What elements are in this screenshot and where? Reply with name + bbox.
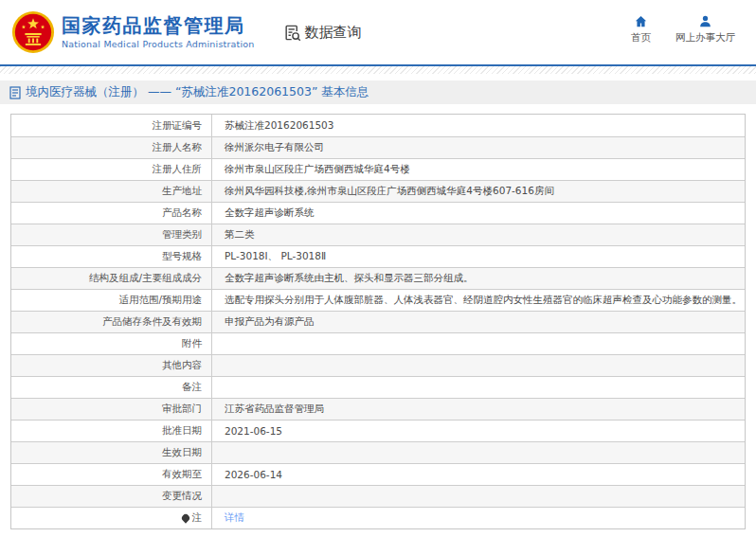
row-label: 适用范围/预期用途: [11, 290, 212, 311]
row-label: 产品名称: [11, 203, 212, 224]
row-value: 第二类: [212, 224, 745, 245]
row-label: 结构及组成/主要组成成分: [11, 268, 212, 289]
row-label-text: 管理类别: [162, 228, 202, 242]
table-row: 生产地址徐州风华园科技楼,徐州市泉山区段庄广场西侧西城华庭4号楼607-616房…: [11, 180, 745, 202]
row-label: 型号规格: [11, 246, 212, 267]
breadcrumb: 境内医疗器械（注册） —— “苏械注准20162061503” 基本信息: [0, 81, 756, 104]
note-pin-icon: [180, 512, 190, 523]
document-icon: [9, 86, 21, 99]
row-value: PL-3018Ⅰ、 PL-3018Ⅱ: [212, 246, 745, 267]
table-row: 适用范围/预期用途选配专用探头分别用于人体腹部脏器、人体浅表器官、经阴道腔内女性…: [11, 289, 745, 311]
row-label-text: 生产地址: [162, 185, 202, 198]
table-row: 注册人名称徐州派尔电子有限公司: [11, 136, 745, 158]
row-label: 注册人名称: [11, 137, 212, 158]
nav-online-hall[interactable]: 网上办事大厅: [675, 14, 735, 45]
row-label-text: 注册证编号: [153, 119, 203, 133]
row-label-text: 适用范围/预期用途: [118, 294, 202, 307]
row-label: 备注: [11, 377, 212, 398]
row-label-text: 附件: [182, 337, 202, 350]
row-label-text: 审批部门: [162, 403, 202, 416]
row-label-text: 其他内容: [162, 359, 202, 372]
home-icon: [634, 14, 648, 28]
row-label-text: 型号规格: [162, 250, 202, 263]
row-label: 审批部门: [11, 399, 212, 420]
row-value: 详情: [212, 508, 745, 528]
row-label: 产品储存条件及有效期: [11, 312, 212, 332]
table-row: 注详情: [11, 507, 745, 528]
row-label: 附件: [11, 333, 212, 354]
row-label: 生产地址: [11, 181, 212, 202]
data-query-button[interactable]: 数据查询: [283, 24, 362, 42]
table-row: 生效日期: [11, 441, 745, 463]
row-value: [212, 442, 745, 463]
row-value: 江苏省药品监督管理局: [212, 399, 745, 420]
row-label-text: 生效日期: [162, 446, 202, 459]
row-label-text: 变更情况: [162, 490, 202, 503]
site-header: 国家药品监督管理局 National Medical Products Admi…: [0, 0, 756, 64]
registration-info-table: 注册证编号苏械注准20162061503注册人名称徐州派尔电子有限公司注册人住所…: [10, 114, 746, 529]
brand[interactable]: 国家药品监督管理局 National Medical Products Admi…: [11, 10, 255, 54]
detail-link[interactable]: 详情: [225, 511, 244, 525]
top-nav: 首页 网上办事大厅: [631, 14, 735, 45]
row-label: 生效日期: [11, 442, 212, 463]
row-label: 注: [11, 508, 212, 528]
table-row: 型号规格PL-3018Ⅰ、 PL-3018Ⅱ: [11, 245, 745, 267]
table-row: 备注: [11, 376, 745, 398]
table-row: 结构及组成/主要组成成分全数字超声诊断系统由主机、探头和显示器三部分组成。: [11, 267, 745, 289]
row-label: 注册证编号: [11, 115, 212, 136]
row-label: 管理类别: [11, 224, 212, 245]
row-value: 全数字超声诊断系统: [212, 203, 745, 224]
nav-home[interactable]: 首页: [631, 14, 651, 45]
row-value: 苏械注准20162061503: [212, 115, 745, 136]
breadcrumb-text: 境内医疗器械（注册） —— “苏械注准20162061503” 基本信息: [26, 84, 369, 100]
table-row: 注册证编号苏械注准20162061503: [11, 115, 745, 136]
row-value: 选配专用探头分别用于人体腹部脏器、人体浅表器官、经阴道腔内女性生殖器官的临床超声…: [212, 290, 745, 311]
row-value: [212, 355, 745, 376]
row-value: 徐州风华园科技楼,徐州市泉山区段庄广场西侧西城华庭4号楼607-616房间: [212, 181, 745, 202]
nav-online-hall-label: 网上办事大厅: [675, 31, 735, 45]
table-row: 注册人住所徐州市泉山区段庄广场西侧西城华庭4号楼: [11, 158, 745, 180]
person-icon: [698, 14, 712, 28]
data-query-icon: [283, 24, 301, 42]
row-label: 批准日期: [11, 421, 212, 441]
row-label-text: 注册人名称: [153, 141, 203, 154]
row-label-text: 注册人住所: [153, 163, 203, 176]
row-value: 徐州市泉山区段庄广场西侧西城华庭4号楼: [212, 159, 745, 180]
row-label: 其他内容: [11, 355, 212, 376]
table-row: 审批部门江苏省药品监督管理局: [11, 398, 745, 420]
table-row: 产品名称全数字超声诊断系统: [11, 202, 745, 224]
site-subtitle: National Medical Products Administration: [62, 39, 255, 49]
table-row: 有效期至2026-06-14: [11, 463, 745, 485]
row-label: 变更情况: [11, 486, 212, 507]
site-title: 国家药品监督管理局: [62, 15, 255, 37]
row-label-text: 批准日期: [162, 424, 202, 438]
row-label-text: 产品名称: [162, 206, 202, 220]
row-label-text: 备注: [182, 381, 202, 394]
row-label-text: 有效期至: [162, 468, 202, 481]
nav-home-label: 首页: [631, 31, 651, 45]
row-label-text: 产品储存条件及有效期: [102, 315, 202, 329]
row-value: 申报产品为有源产品: [212, 312, 745, 332]
row-value: [212, 377, 745, 398]
row-label-text: 注: [192, 511, 203, 525]
national-emblem-logo: [11, 10, 55, 54]
row-value: [212, 333, 745, 354]
row-value: 2021-06-15: [212, 421, 745, 441]
row-label-text: 结构及组成/主要组成成分: [89, 272, 202, 285]
table-row: 变更情况: [11, 485, 745, 507]
row-value: [212, 486, 745, 507]
row-value: 全数字超声诊断系统由主机、探头和显示器三部分组成。: [212, 268, 745, 289]
row-label: 有效期至: [11, 464, 212, 485]
table-row: 产品储存条件及有效期申报产品为有源产品: [11, 311, 745, 332]
table-row: 批准日期2021-06-15: [11, 420, 745, 441]
table-row: 管理类别第二类: [11, 224, 745, 245]
row-label: 注册人住所: [11, 159, 212, 180]
row-value: 徐州派尔电子有限公司: [212, 137, 745, 158]
data-query-label: 数据查询: [305, 24, 362, 42]
brand-text: 国家药品监督管理局 National Medical Products Admi…: [62, 15, 255, 49]
table-row: 附件: [11, 332, 745, 354]
row-value: 2026-06-14: [212, 464, 745, 485]
hatch-strip: [0, 66, 756, 74]
table-row: 其他内容: [11, 354, 745, 376]
